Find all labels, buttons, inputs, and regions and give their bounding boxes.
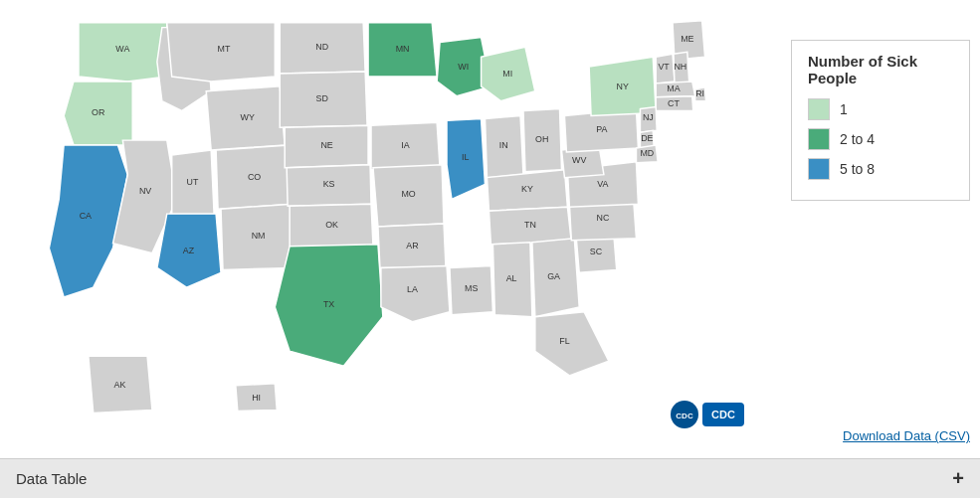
state-OR[interactable] — [64, 82, 132, 145]
state-FL[interactable] — [535, 312, 609, 376]
state-KY[interactable] — [487, 170, 567, 211]
state-IN[interactable] — [486, 115, 523, 177]
legend-label-2: 2 to 4 — [840, 131, 875, 147]
state-NY[interactable] — [589, 57, 656, 115]
state-MI[interactable] — [482, 47, 535, 100]
state-RI[interactable] — [695, 87, 706, 101]
state-AR[interactable] — [378, 224, 446, 267]
state-MN[interactable] — [368, 23, 437, 77]
legend-item-2: 2 to 4 — [808, 128, 953, 150]
legend-label-1: 1 — [840, 101, 848, 117]
state-MO[interactable] — [373, 165, 444, 227]
state-MT[interactable] — [167, 23, 276, 82]
state-MS[interactable] — [450, 265, 492, 314]
state-CT[interactable] — [656, 96, 693, 111]
state-NJ[interactable] — [640, 107, 657, 133]
state-AK[interactable] — [89, 356, 152, 413]
data-table-bar: Data Table + — [0, 458, 980, 498]
state-IL[interactable] — [447, 118, 485, 199]
state-GA[interactable] — [532, 239, 579, 317]
state-AL[interactable] — [492, 243, 531, 317]
state-CO[interactable] — [216, 145, 293, 209]
state-MA[interactable] — [656, 82, 694, 97]
download-csv-link[interactable]: Download Data (CSV) — [843, 428, 970, 443]
legend-swatch-2 — [808, 128, 830, 150]
state-MD[interactable] — [636, 145, 658, 163]
legend-item-3: 5 to 8 — [808, 158, 953, 180]
svg-text:CDC: CDC — [711, 409, 735, 420]
state-KS[interactable] — [287, 165, 371, 206]
legend-title: Number of Sick People — [808, 53, 953, 86]
data-table-label: Data Table — [16, 470, 87, 487]
main-container: WA OR CA NV ID MT WY UT CO — [0, 0, 980, 498]
state-OH[interactable] — [523, 109, 561, 172]
legend-box: Number of Sick People 1 2 to 4 5 to 8 — [791, 40, 970, 201]
state-VT[interactable] — [656, 54, 675, 83]
state-AZ[interactable] — [157, 214, 221, 287]
data-table-expand-button[interactable]: + — [952, 467, 964, 490]
state-TN[interactable] — [489, 207, 571, 245]
cdc-logo: CDC CDC — [667, 395, 746, 438]
state-SD[interactable] — [280, 72, 367, 127]
legend-item-1: 1 — [808, 98, 953, 120]
legend-label-3: 5 to 8 — [840, 161, 875, 177]
state-NM[interactable] — [221, 204, 294, 269]
state-OK[interactable] — [290, 204, 373, 246]
state-HI[interactable] — [236, 384, 277, 412]
svg-text:CDC: CDC — [676, 412, 693, 420]
state-IA[interactable] — [371, 122, 440, 169]
state-UT[interactable] — [172, 150, 214, 214]
legend-swatch-3 — [808, 158, 830, 180]
state-LA[interactable] — [381, 265, 450, 321]
legend-swatch-1 — [808, 98, 830, 120]
map-area: WA OR CA NV ID MT WY UT CO — [0, 0, 756, 447]
state-CA[interactable] — [49, 145, 127, 297]
state-ND[interactable] — [280, 23, 365, 74]
state-NH[interactable] — [674, 52, 689, 83]
state-NE[interactable] — [285, 125, 368, 167]
state-WY[interactable] — [206, 86, 285, 150]
state-TX[interactable] — [275, 245, 383, 366]
state-WA[interactable] — [79, 23, 167, 82]
